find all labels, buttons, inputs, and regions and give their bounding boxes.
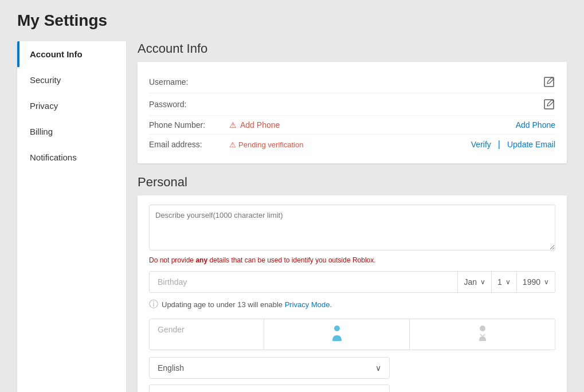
main-layout: Account Info Security Privacy Billing No… xyxy=(17,41,567,392)
gender-row: Gender xyxy=(149,319,555,350)
month-chevron-icon: ∨ xyxy=(480,278,485,286)
add-phone-link[interactable]: Add Phone xyxy=(240,120,280,130)
year-select[interactable]: 1990 ∨ xyxy=(517,272,555,292)
email-label: Email address: xyxy=(149,140,229,149)
phone-label: Phone Number: xyxy=(149,120,229,130)
account-info-title: Account Info xyxy=(138,41,567,56)
password-edit-icon[interactable] xyxy=(543,98,555,111)
language-chevron-icon: ∨ xyxy=(375,363,381,373)
sidebar-item-notifications[interactable]: Notifications xyxy=(17,144,126,170)
sidebar-item-privacy[interactable]: Privacy xyxy=(17,93,126,119)
privacy-mode-link[interactable]: Privacy Mode xyxy=(285,300,330,309)
phone-row: Phone Number: ⚠ Add Phone Add Phone xyxy=(149,116,555,135)
password-row: Password: xyxy=(149,93,555,116)
phone-value: ⚠ Add Phone xyxy=(229,120,516,130)
gender-male-option[interactable] xyxy=(264,319,410,350)
svg-point-2 xyxy=(334,326,340,331)
birthday-row: Birthday Jan ∨ 1 ∨ 1990 ∨ xyxy=(149,271,555,293)
language-value: English xyxy=(158,363,184,373)
age-warning: ⓘ Updating age to under 13 will enable P… xyxy=(149,299,555,311)
username-row: Username: xyxy=(149,71,555,93)
gender-label: Gender xyxy=(150,319,264,350)
email-row: Email address: ⚠ Pending verification Ve… xyxy=(149,135,555,154)
phone-warning-icon: ⚠ xyxy=(229,120,237,130)
svg-rect-1 xyxy=(544,100,554,109)
verify-email-link[interactable]: Verify xyxy=(471,140,491,149)
email-warning-icon: ⚠ xyxy=(229,140,236,149)
sidebar: Account Info Security Privacy Billing No… xyxy=(17,41,126,392)
gender-female-option[interactable] xyxy=(410,319,555,350)
content-area: Account Info Username: xyxy=(138,41,567,392)
birthday-label: Birthday xyxy=(150,272,458,292)
sidebar-item-billing[interactable]: Billing xyxy=(17,119,126,144)
email-value: ⚠ Pending verification xyxy=(229,140,471,149)
language-dropdown[interactable]: English ∨ xyxy=(149,357,390,379)
describe-textarea[interactable] xyxy=(149,205,555,250)
update-email-link[interactable]: Update Email xyxy=(507,140,555,149)
username-edit-icon[interactable] xyxy=(543,76,555,88)
month-select[interactable]: Jan ∨ xyxy=(458,272,492,292)
personal-title: Personal xyxy=(138,175,567,190)
page-title: My Settings xyxy=(17,11,567,30)
account-info-card: Username: Password: xyxy=(138,62,567,163)
female-icon xyxy=(476,325,489,344)
svg-point-3 xyxy=(480,326,485,331)
privacy-warning-bold: any xyxy=(195,256,207,264)
sidebar-item-account-info[interactable]: Account Info xyxy=(17,41,126,67)
personal-card: Do not provide any details that can be u… xyxy=(138,195,567,392)
username-actions xyxy=(543,76,555,88)
sidebar-item-security[interactable]: Security xyxy=(17,67,126,93)
pipe-separator: | xyxy=(498,139,500,150)
email-actions: Verify | Update Email xyxy=(471,139,555,150)
day-select[interactable]: 1 ∨ xyxy=(492,272,517,292)
svg-rect-0 xyxy=(544,77,554,87)
male-icon xyxy=(330,325,344,344)
country-dropdown[interactable]: United States ∨ xyxy=(149,385,390,392)
username-label: Username: xyxy=(149,77,229,87)
password-actions xyxy=(543,98,555,111)
add-phone-button[interactable]: Add Phone xyxy=(516,120,555,130)
year-chevron-icon: ∨ xyxy=(544,278,549,286)
page-container: My Settings Account Info Security Privac… xyxy=(0,0,584,392)
day-chevron-icon: ∨ xyxy=(505,278,511,286)
age-info-icon: ⓘ xyxy=(149,299,158,311)
pending-verification: ⚠ Pending verification xyxy=(229,140,303,149)
privacy-warning: Do not provide any details that can be u… xyxy=(149,256,555,264)
phone-actions: Add Phone xyxy=(516,120,555,130)
password-label: Password: xyxy=(149,100,229,109)
